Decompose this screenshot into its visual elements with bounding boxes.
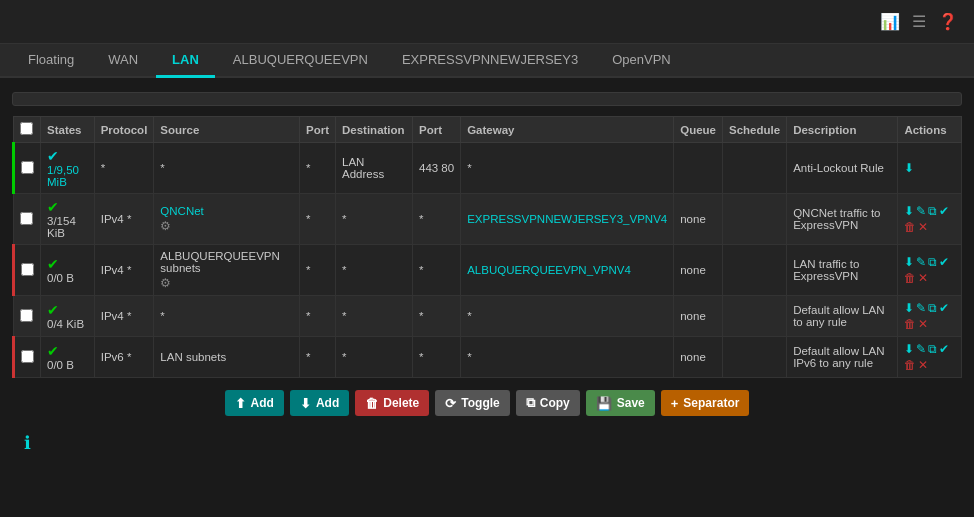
action-icons-group: ⬇✎⧉✔🗑✕ — [904, 204, 955, 234]
help-icon[interactable]: ❓ — [938, 12, 958, 31]
select-all-checkbox[interactable] — [20, 122, 33, 135]
move-down-icon[interactable]: ⬇ — [904, 342, 914, 356]
edit-icon[interactable]: ✎ — [916, 255, 926, 269]
row-checkbox-cell — [14, 296, 41, 337]
gear-icon[interactable]: ⚙ — [160, 276, 293, 290]
row-protocol: IPv4 * — [94, 194, 154, 245]
edit-icon[interactable]: ✎ — [916, 301, 926, 315]
copy-icon[interactable]: ⧉ — [928, 342, 937, 356]
row-description: QNCNet traffic to ExpressVPN — [787, 194, 898, 245]
row-gateway: ALBUQUERQUEEVPN_VPNV4 — [461, 245, 674, 296]
chart-icon[interactable]: 📊 — [880, 12, 900, 31]
copy-icon[interactable]: ⧉ — [928, 255, 937, 269]
delete-icon[interactable]: 🗑 — [904, 271, 916, 285]
add-up-button-label: Add — [251, 396, 274, 410]
row-states: ✔0/0 B — [41, 337, 95, 378]
section-title — [12, 92, 962, 106]
separator-button[interactable]: +Separator — [661, 390, 750, 416]
tab-lan[interactable]: LAN — [156, 44, 215, 78]
state-check-icon: ✔ — [47, 256, 59, 272]
copy-icon[interactable]: ⧉ — [928, 301, 937, 315]
row-states: ✔0/4 KiB — [41, 296, 95, 337]
remove-icon[interactable]: ✕ — [918, 220, 928, 234]
move-down-icon[interactable]: ⬇ — [904, 255, 914, 269]
row-checkbox[interactable] — [20, 309, 33, 322]
move-down-icon[interactable]: ⬇ — [904, 204, 914, 218]
states-link[interactable]: 1/9,50 MiB — [47, 164, 79, 188]
table-row: ✔0/4 KiBIPv4 ******noneDefault allow LAN… — [14, 296, 962, 337]
copy-button-label: Copy — [540, 396, 570, 410]
row-schedule — [723, 245, 787, 296]
save-button-label: Save — [617, 396, 645, 410]
col-header-8: Queue — [674, 117, 723, 143]
action-icons-group: ⬇✎⧉✔🗑✕ — [904, 301, 955, 331]
delete-icon[interactable]: 🗑 — [904, 317, 916, 331]
row-destination: LAN Address — [336, 143, 413, 194]
row-checkbox-cell — [14, 143, 41, 194]
row-gateway: * — [461, 337, 674, 378]
row-source: LAN subnets — [154, 337, 300, 378]
header-icons: 📊 ☰ ❓ — [880, 12, 958, 31]
enable-icon[interactable]: ✔ — [939, 255, 949, 269]
state-check-icon: ✔ — [47, 302, 59, 318]
remove-icon[interactable]: ✕ — [918, 271, 928, 285]
enable-icon[interactable]: ✔ — [939, 342, 949, 356]
save-button[interactable]: 💾Save — [586, 390, 655, 416]
tab-expressvpn3[interactable]: EXPRESSVPNNEWJERSEY3 — [386, 44, 594, 78]
save-button-icon: 💾 — [596, 396, 612, 411]
row-states: ✔1/9,50 MiB — [41, 143, 95, 194]
row-dst-port: * — [412, 337, 460, 378]
col-header-10: Description — [787, 117, 898, 143]
copy-icon[interactable]: ⧉ — [928, 204, 937, 218]
col-header-5: Destination — [336, 117, 413, 143]
row-destination: * — [336, 245, 413, 296]
tab-albuquerqueevpn[interactable]: ALBUQUERQUEEVPN — [217, 44, 384, 78]
table-row: ✔0/0 BIPv6 *LAN subnets****noneDefault a… — [14, 337, 962, 378]
delete-button[interactable]: 🗑Delete — [355, 390, 429, 416]
row-actions: ⬇✎⧉✔🗑✕ — [898, 245, 962, 296]
delete-icon[interactable]: 🗑 — [904, 220, 916, 234]
gear-icon[interactable]: ⚙ — [160, 219, 293, 233]
toggle-button-icon: ⟳ — [445, 396, 456, 411]
tab-openvpn[interactable]: OpenVPN — [596, 44, 687, 78]
tab-wan[interactable]: WAN — [92, 44, 154, 78]
row-src-port: * — [300, 143, 336, 194]
rules-table: StatesProtocolSourcePortDestinationPortG… — [12, 116, 962, 378]
row-source: QNCNet⚙ — [154, 194, 300, 245]
remove-icon[interactable]: ✕ — [918, 317, 928, 331]
row-checkbox[interactable] — [21, 263, 34, 276]
col-header-9: Schedule — [723, 117, 787, 143]
gateway-link[interactable]: EXPRESSVPNNEWJERSEY3_VPNV4 — [467, 213, 667, 225]
enable-icon[interactable]: ✔ — [939, 204, 949, 218]
download-icon[interactable]: ⬇ — [904, 161, 914, 175]
copy-button[interactable]: ⧉Copy — [516, 390, 580, 416]
row-destination: * — [336, 296, 413, 337]
add-up-button[interactable]: ⬆Add — [225, 390, 284, 416]
edit-icon[interactable]: ✎ — [916, 342, 926, 356]
delete-icon[interactable]: 🗑 — [904, 358, 916, 372]
state-check-icon: ✔ — [47, 199, 59, 215]
tab-floating[interactable]: Floating — [12, 44, 90, 78]
enable-icon[interactable]: ✔ — [939, 301, 949, 315]
row-actions: ⬇ — [898, 143, 962, 194]
col-header-11: Actions — [898, 117, 962, 143]
col-header-6: Port — [412, 117, 460, 143]
tabs-bar: FloatingWANLANALBUQUERQUEEVPNEXPRESSVPNN… — [0, 44, 974, 78]
row-gateway: EXPRESSVPNNEWJERSEY3_VPNV4 — [461, 194, 674, 245]
gateway-link[interactable]: ALBUQUERQUEEVPN_VPNV4 — [467, 264, 631, 276]
toggle-button[interactable]: ⟳Toggle — [435, 390, 509, 416]
remove-icon[interactable]: ✕ — [918, 358, 928, 372]
row-checkbox[interactable] — [21, 161, 34, 174]
edit-icon[interactable]: ✎ — [916, 204, 926, 218]
move-down-icon[interactable]: ⬇ — [904, 301, 914, 315]
list-icon[interactable]: ☰ — [912, 12, 926, 31]
row-states: ✔3/154 KiB — [41, 194, 95, 245]
row-checkbox-cell — [14, 194, 41, 245]
row-checkbox[interactable] — [20, 212, 33, 225]
add-down-button[interactable]: ⬇Add — [290, 390, 349, 416]
row-checkbox[interactable] — [21, 350, 34, 363]
source-link[interactable]: QNCNet — [160, 205, 203, 217]
row-queue: none — [674, 194, 723, 245]
add-up-button-icon: ⬆ — [235, 396, 246, 411]
col-header-0 — [14, 117, 41, 143]
